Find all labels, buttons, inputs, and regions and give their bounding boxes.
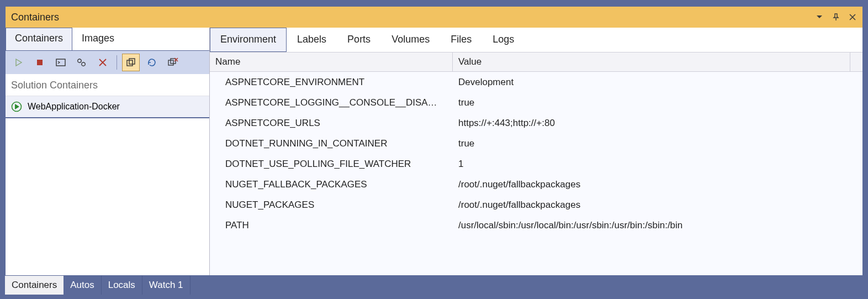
- table-row[interactable]: NUGET_FALLBACK_PACKAGES /root/.nuget/fal…: [210, 174, 862, 195]
- toolbar-separator: [117, 55, 117, 70]
- column-header-value[interactable]: Value: [453, 53, 850, 71]
- env-name: ASPNETCORE_ENVIRONMENT: [210, 77, 453, 88]
- table-row[interactable]: DOTNET_USE_POLLING_FILE_WATCHER 1: [210, 154, 862, 174]
- detail-tabs: Environment Labels Ports Volumes Files L…: [210, 28, 862, 52]
- tab-environment[interactable]: Environment: [210, 28, 287, 52]
- tab-label: Volumes: [391, 34, 430, 45]
- tab-label: Locals: [108, 280, 135, 291]
- left-panel: Containers Images: [6, 28, 210, 275]
- env-value: /root/.nuget/fallbackpackages: [453, 179, 862, 190]
- env-name: NUGET_PACKAGES: [210, 200, 453, 211]
- env-value: /root/.nuget/fallbackpackages: [453, 200, 862, 211]
- container-name: WebApplication-Docker: [28, 102, 120, 112]
- column-header-scroll: [850, 53, 862, 71]
- column-header-name[interactable]: Name: [210, 53, 453, 71]
- tab-label: Logs: [493, 34, 514, 45]
- window-options-dropdown-icon[interactable]: [815, 13, 824, 22]
- start-button[interactable]: [10, 54, 28, 71]
- pin-icon[interactable]: [832, 13, 840, 22]
- env-name: ASPNETCORE_LOGGING__CONSOLE__DISA…: [210, 97, 453, 108]
- tab-label: Containers: [15, 33, 63, 44]
- env-value: /usr/local/sbin:/usr/local/bin:/usr/sbin…: [453, 220, 862, 231]
- tab-logs[interactable]: Logs: [482, 28, 525, 52]
- svg-rect-0: [37, 60, 43, 65]
- env-table-body: ASPNETCORE_ENVIRONMENT Development ASPNE…: [210, 72, 862, 275]
- refresh-button[interactable]: [143, 54, 161, 71]
- table-row[interactable]: NUGET_PACKAGES /root/.nuget/fallbackpack…: [210, 195, 862, 215]
- tab-label: Labels: [297, 34, 326, 45]
- svg-rect-5: [129, 59, 135, 64]
- bottom-tab-containers[interactable]: Containers: [5, 276, 63, 295]
- env-value: https://+:443;http://+:80: [453, 118, 862, 129]
- env-name: ASPNETCORE_URLS: [210, 118, 453, 129]
- tab-labels[interactable]: Labels: [287, 28, 337, 52]
- body-area: Containers Images: [6, 28, 862, 275]
- table-row[interactable]: DOTNET_RUNNING_IN_CONTAINER true: [210, 133, 862, 154]
- table-row[interactable]: ASPNETCORE_URLS https://+:443;http://+:8…: [210, 113, 862, 133]
- tab-label: Watch 1: [149, 280, 183, 291]
- tab-label: Files: [451, 34, 472, 45]
- bottom-tab-locals[interactable]: Locals: [102, 276, 142, 295]
- tab-ports[interactable]: Ports: [337, 28, 381, 52]
- bottom-tab-autos[interactable]: Autos: [63, 276, 101, 295]
- running-icon: [11, 101, 22, 112]
- table-row[interactable]: ASPNETCORE_LOGGING__CONSOLE__DISA… true: [210, 92, 862, 113]
- window-title: Containers: [11, 12, 59, 23]
- env-name: NUGET_FALLBACK_PACKAGES: [210, 179, 453, 190]
- tab-label: Ports: [347, 34, 371, 45]
- bottom-tab-watch1[interactable]: Watch 1: [142, 276, 190, 295]
- solution-containers-label: Solution Containers: [6, 74, 209, 96]
- tab-containers[interactable]: Containers: [6, 28, 72, 50]
- env-name: DOTNET_RUNNING_IN_CONTAINER: [210, 138, 453, 149]
- env-table-header: Name Value: [210, 52, 862, 72]
- env-name: DOTNET_USE_POLLING_FILE_WATCHER: [210, 159, 453, 170]
- containers-tool-window: Containers Containers Images: [5, 6, 863, 276]
- titlebar-controls: [815, 13, 857, 22]
- tab-files[interactable]: Files: [440, 28, 482, 52]
- tab-label: Containers: [12, 280, 57, 291]
- show-all-containers-button[interactable]: [122, 54, 140, 71]
- svg-point-3: [82, 62, 85, 66]
- left-tabs: Containers Images: [6, 28, 209, 51]
- tab-label: Autos: [70, 280, 94, 291]
- attach-terminal-button[interactable]: [52, 54, 70, 71]
- left-toolbar: [6, 51, 209, 74]
- close-icon[interactable]: [848, 13, 857, 22]
- table-row[interactable]: ASPNETCORE_ENVIRONMENT Development: [210, 72, 862, 92]
- remove-button[interactable]: [94, 54, 112, 71]
- table-row[interactable]: PATH /usr/local/sbin:/usr/local/bin:/usr…: [210, 215, 862, 235]
- env-value: 1: [453, 159, 862, 170]
- env-name: PATH: [210, 220, 453, 231]
- tab-volumes[interactable]: Volumes: [381, 28, 440, 52]
- svg-point-2: [78, 59, 81, 62]
- svg-rect-4: [127, 60, 133, 66]
- settings-button[interactable]: [73, 54, 91, 71]
- env-value: true: [453, 138, 862, 149]
- prune-button[interactable]: [164, 54, 182, 71]
- env-value: Development: [453, 77, 862, 88]
- tab-images[interactable]: Images: [72, 28, 124, 50]
- tab-label: Images: [82, 33, 114, 44]
- tab-label: Environment: [220, 34, 276, 45]
- bottom-tool-tabs: Containers Autos Locals Watch 1: [5, 276, 190, 295]
- right-panel: Environment Labels Ports Volumes Files L…: [210, 28, 862, 275]
- env-value: true: [453, 97, 862, 108]
- container-item-webapplication-docker[interactable]: WebApplication-Docker: [6, 96, 209, 118]
- svg-rect-1: [56, 59, 65, 66]
- titlebar: Containers: [6, 7, 862, 28]
- stop-button[interactable]: [31, 54, 49, 71]
